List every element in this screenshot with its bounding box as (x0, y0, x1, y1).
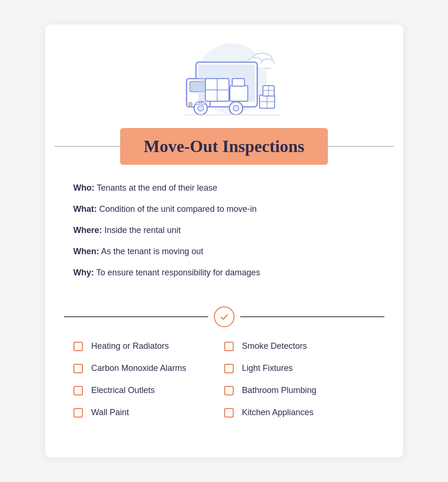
svg-point-18 (188, 102, 192, 106)
checklist-right-item-0: Smoke Detectors (224, 341, 375, 351)
info-row-2: Where: Inside the rental unit (73, 224, 375, 237)
checkbox-icon (224, 386, 234, 395)
checkbox-icon (224, 364, 234, 373)
checklist-left-item-0: Heating or Radiators (73, 341, 224, 351)
info-row-0: Who: Tenants at the end of their lease (73, 182, 375, 194)
checkbox-icon (224, 408, 234, 418)
checklist-left-col: Heating or RadiatorsCarbon Monoxide Alar… (73, 341, 224, 430)
check-circle (214, 306, 235, 327)
info-row-3: When: As the tenant is moving out (73, 245, 375, 258)
main-title: Move-Out Inspections (144, 137, 304, 156)
divider-line-left (64, 316, 208, 317)
checklist-section: Heating or RadiatorsCarbon Monoxide Alar… (45, 341, 403, 430)
illustration-area (45, 24, 403, 128)
checklist-right-item-2: Bathroom Plumbing (224, 386, 375, 395)
info-row-1: What: Condition of the unit compared to … (73, 203, 375, 216)
divider (64, 306, 384, 327)
title-banner-wrapper: Move-Out Inspections (55, 128, 394, 165)
svg-point-17 (233, 105, 239, 111)
card: Move-Out Inspections Who: Tenants at the… (45, 24, 403, 458)
checklist-right-col: Smoke DetectorsLight FixturesBathroom Pl… (224, 341, 375, 430)
checklist-right-item-1: Light Fixtures (224, 363, 375, 373)
checklist-left-item-1: Carbon Monoxide Alarms (73, 363, 224, 373)
info-row-4: Why: To ensure tenant responsibility for… (73, 266, 375, 279)
title-dash-right (328, 146, 394, 147)
checklist-right-item-3: Kitchen Appliances (224, 408, 375, 418)
checklist-left-item-2: Electrical Outlets (73, 386, 224, 395)
svg-point-15 (198, 105, 204, 111)
checkbox-icon (73, 342, 83, 351)
checklist-left-item-3: Wall Paint (73, 408, 224, 418)
svg-rect-11 (232, 79, 244, 86)
svg-rect-20 (201, 102, 205, 104)
checkbox-icon (224, 342, 234, 351)
svg-rect-19 (196, 102, 200, 104)
svg-rect-10 (230, 86, 248, 101)
divider-line-right (240, 316, 384, 317)
checkbox-icon (73, 364, 83, 373)
checkbox-icon (73, 386, 83, 395)
title-banner: Move-Out Inspections (120, 128, 328, 165)
checkbox-icon (73, 408, 83, 418)
info-section: Who: Tenants at the end of their leaseWh… (45, 165, 403, 292)
title-dash-left (55, 146, 121, 147)
